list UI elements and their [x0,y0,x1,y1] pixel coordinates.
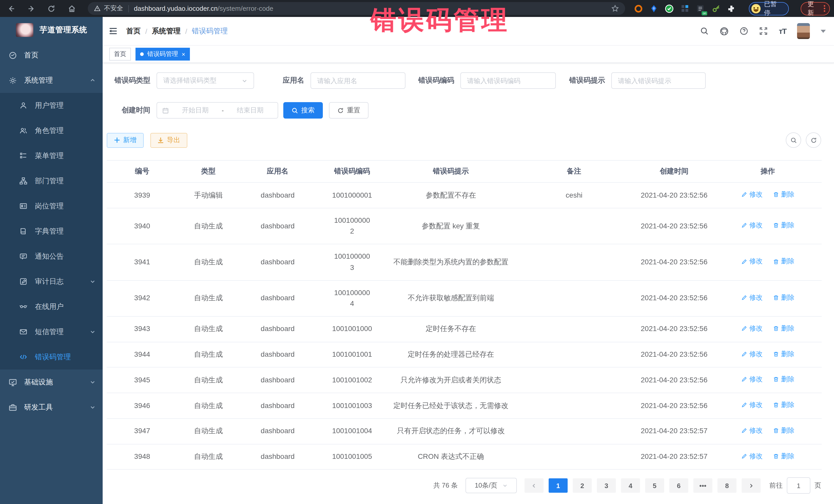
bookmark-star-icon[interactable] [611,5,619,12]
table-body: 3939 手动编辑 dashboard 1001000001 参数配置不存在 c… [107,182,822,469]
delete-link[interactable]: 删除 [773,374,794,385]
cell-type: 自动生成 [178,280,239,316]
edit-link[interactable]: 修改 [741,220,763,231]
extension-grid-icon[interactable] [680,3,689,14]
forward-icon[interactable] [24,2,39,15]
back-icon[interactable] [4,2,18,15]
error-msg-input[interactable] [611,72,706,89]
url-bar[interactable]: 不安全 dashboard.yudao.iocoder.cn/system/er… [88,2,625,15]
page-button[interactable]: 3 [597,479,616,493]
delete-link[interactable]: 删除 [773,190,794,200]
add-button[interactable]: 新增 [107,133,144,148]
book-icon [20,227,28,235]
page-button[interactable]: 6 [669,479,688,493]
cell-ops: 修改 删除 [714,419,822,444]
page-button[interactable]: ••• [694,479,712,493]
page-button[interactable]: 4 [621,479,640,493]
sidebar-item-sms[interactable]: 短信管理 [0,319,103,344]
page-button[interactable]: 2 [573,479,592,493]
error-type-select[interactable]: 请选择错误码类型 [156,72,254,89]
chevron-down-icon [90,404,95,410]
browser-update-button[interactable]: 更新 [801,2,830,15]
app-logo-row[interactable]: 芋道管理系统 [0,17,103,43]
search-button[interactable]: 搜索 [283,102,323,118]
cell-ops: 修改 删除 [714,444,822,469]
delete-link[interactable]: 删除 [773,220,794,231]
edit-link[interactable]: 修改 [741,190,763,200]
cell-ops: 修改 删除 [714,182,822,208]
fullscreen-icon[interactable] [759,27,768,36]
delete-link[interactable]: 删除 [773,323,794,334]
sidebar-item-online-users[interactable]: 在线用户 [0,294,103,319]
extension-pin-icon[interactable] [649,3,658,14]
github-icon[interactable] [720,26,729,36]
goto-page-input[interactable] [787,478,810,494]
app-name-input[interactable] [310,72,405,89]
start-date-placeholder: 开始日期 [173,106,218,115]
font-size-icon[interactable]: тT [779,27,786,36]
profile-paused-pill[interactable]: 已暂停 [749,2,789,15]
page-size-select[interactable]: 10条/页 [465,478,517,494]
browser-menu-icon[interactable] [824,5,825,12]
error-code-input[interactable] [460,72,556,89]
extensions-puzzle-icon[interactable] [726,3,736,14]
delete-link[interactable]: 删除 [773,256,794,267]
sidebar-item-roles[interactable]: 角色管理 [0,118,103,143]
sidebar-item-system[interactable]: 系统管理 [0,68,103,93]
delete-link[interactable]: 删除 [773,451,794,461]
refresh-icon [337,107,344,114]
page-button[interactable]: 8 [718,479,737,493]
chevron-up-icon [90,78,95,83]
chevron-down-icon[interactable] [821,29,826,32]
delete-link[interactable]: 删除 [773,349,794,359]
sidebar-item-error-code[interactable]: 错误码管理 [0,344,103,370]
date-range-picker[interactable]: 开始日期 - 结束日期 [156,102,278,118]
breadcrumb-home[interactable]: 首页 [126,26,140,36]
extension-list-icon[interactable]: on [696,3,705,14]
delete-link[interactable]: 删除 [773,425,794,436]
sidebar-item-dev-tools[interactable]: 研发工具 [0,395,103,420]
edit-link[interactable]: 修改 [741,349,763,359]
sidebar-item-menus[interactable]: 菜单管理 [0,143,103,168]
show-search-button[interactable] [786,132,801,148]
export-button[interactable]: 导出 [150,133,187,148]
security-warning[interactable]: 不安全 [94,4,123,13]
avatar[interactable] [797,23,810,39]
edit-link[interactable]: 修改 [741,292,763,303]
extension-orange-icon[interactable] [633,3,643,14]
edit-link[interactable]: 修改 [741,425,763,436]
help-icon[interactable] [740,27,749,36]
search-icon[interactable] [700,27,709,36]
edit-link[interactable]: 修改 [741,451,763,461]
sidebar-item-dict[interactable]: 字典管理 [0,219,103,244]
sidebar-item-notice[interactable]: 通知公告 [0,244,103,269]
page-button[interactable]: 1 [549,479,568,493]
delete-link[interactable]: 删除 [773,400,794,410]
sidebar-item-home[interactable]: 首页 [0,43,103,68]
edit-link[interactable]: 修改 [741,400,763,410]
edit-link[interactable]: 修改 [741,323,763,334]
sidebar-item-posts[interactable]: 岗位管理 [0,194,103,219]
sidebar-item-departments[interactable]: 部门管理 [0,168,103,194]
users-icon [20,127,28,134]
sidebar-item-audit-log[interactable]: 审计日志 [0,269,103,294]
edit-link[interactable]: 修改 [741,256,763,267]
breadcrumb-system[interactable]: 系统管理 [152,26,181,36]
prev-page-button[interactable] [525,479,544,493]
refresh-table-button[interactable] [806,132,821,148]
reset-button[interactable]: 重置 [329,102,369,118]
sidebar-item-infra[interactable]: 基础设施 [0,370,103,395]
close-icon[interactable]: × [182,51,185,57]
page-button[interactable]: 5 [645,479,664,493]
extension-key-icon[interactable] [711,3,721,14]
home-icon[interactable] [65,2,79,15]
edit-link[interactable]: 修改 [741,374,763,385]
sidebar-item-users[interactable]: 用户管理 [0,93,103,118]
tag-error-code[interactable]: 错误码管理 × [135,48,190,61]
next-page-button[interactable] [742,479,761,493]
reload-icon[interactable] [44,2,59,15]
extension-green-icon[interactable] [664,3,674,14]
delete-link[interactable]: 删除 [773,292,794,303]
hamburger-icon[interactable] [109,27,117,36]
tag-home[interactable]: 首页 [109,48,131,61]
